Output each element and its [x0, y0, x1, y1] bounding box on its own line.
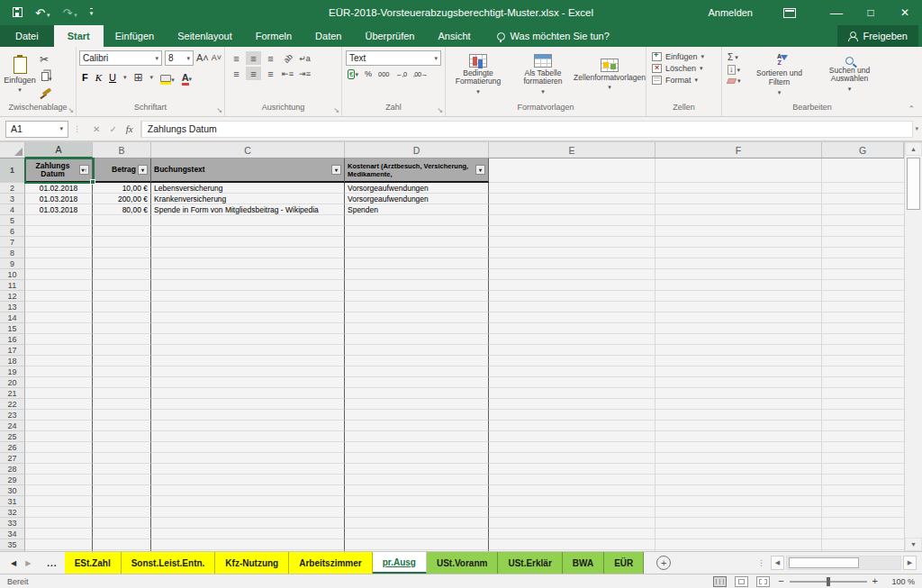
header-cell-G[interactable] [822, 158, 904, 183]
cell-G11[interactable] [822, 280, 904, 291]
share-button[interactable]: Freigeben [837, 25, 918, 47]
cell-G26[interactable] [822, 442, 904, 453]
cell-B27[interactable] [93, 453, 151, 464]
cell-A16[interactable] [25, 334, 93, 345]
header-cell-B[interactable]: Betrag▾ [93, 158, 151, 183]
row-header-30[interactable]: 30 [0, 485, 25, 496]
wrap-text-icon[interactable]: ↵a [297, 51, 312, 65]
row-header-5[interactable]: 5 [0, 215, 25, 226]
cell-E24[interactable] [489, 421, 655, 431]
cell-F10[interactable] [655, 269, 822, 280]
cell-B29[interactable] [93, 475, 151, 485]
row-header-35[interactable]: 35 [0, 539, 25, 550]
sheet-next-icon[interactable]: ▶ [25, 559, 31, 567]
filter-dropdown-icon[interactable]: ▾ [138, 165, 148, 175]
cell-B12[interactable] [93, 291, 151, 302]
cell-F23[interactable] [655, 410, 822, 421]
percent-format-icon[interactable]: % [365, 69, 372, 78]
header-cell-C[interactable]: Buchungstext▾ [151, 158, 345, 183]
cell-G10[interactable] [822, 269, 904, 280]
cell-A25[interactable] [25, 431, 93, 442]
cut-icon[interactable]: ✂ [40, 54, 52, 65]
minimize-button[interactable]: — [819, 0, 854, 25]
cell-C15[interactable] [151, 323, 345, 334]
cell-F16[interactable] [655, 334, 822, 345]
cell-A10[interactable] [25, 269, 93, 280]
cell-C11[interactable] [151, 280, 345, 291]
row-header-14[interactable]: 14 [0, 312, 25, 323]
view-normal-button[interactable] [713, 576, 727, 587]
row-header-27[interactable]: 27 [0, 453, 25, 464]
cell-D26[interactable] [345, 442, 489, 453]
cell-C22[interactable] [151, 399, 345, 410]
cell-F14[interactable] [655, 312, 822, 323]
number-format-select[interactable]: Text▾ [346, 50, 441, 66]
cell-C27[interactable] [151, 453, 345, 464]
cell-D23[interactable] [345, 410, 489, 421]
filter-dropdown-icon[interactable]: ▾ [331, 165, 341, 175]
cell-D34[interactable] [345, 529, 489, 539]
cell-B16[interactable] [93, 334, 151, 345]
cell-B11[interactable] [93, 280, 151, 291]
format-painter-icon[interactable] [42, 87, 51, 95]
formula-input[interactable]: Zahlungs Datum [141, 121, 914, 138]
cell-B7[interactable] [93, 237, 151, 248]
cell-A8[interactable] [25, 248, 93, 258]
cell-G22[interactable] [822, 399, 904, 410]
cell-E9[interactable] [489, 258, 655, 269]
cell-E3[interactable] [489, 194, 655, 204]
cell-C28[interactable] [151, 464, 345, 475]
cell-A34[interactable] [25, 529, 93, 539]
column-header-D[interactable]: D [345, 142, 489, 158]
cell-A3[interactable]: 01.03.2018 [25, 194, 93, 204]
cell-F3[interactable] [655, 194, 822, 204]
sheet-overflow-tab[interactable]: ... [40, 552, 64, 574]
cell-B31[interactable] [93, 496, 151, 507]
cell-C7[interactable] [151, 237, 345, 248]
cell-C10[interactable] [151, 269, 345, 280]
cell-G5[interactable] [822, 215, 904, 226]
cell-E17[interactable] [489, 345, 655, 356]
cell-D15[interactable] [345, 323, 489, 334]
ribbon-tab-start[interactable]: Start [54, 25, 104, 47]
cell-F29[interactable] [655, 475, 822, 485]
sign-in-button[interactable]: Anmelden [708, 7, 753, 18]
zoom-slider[interactable] [790, 581, 867, 583]
cell-F5[interactable] [655, 215, 822, 226]
ribbon-tab-daten[interactable]: Daten [303, 25, 353, 47]
vscroll-thumb[interactable] [907, 158, 920, 210]
cell-B4[interactable]: 80,00 € [93, 204, 151, 215]
cell-C3[interactable]: Krankenversicherung [151, 194, 345, 204]
cell-D24[interactable] [345, 421, 489, 431]
cell-A5[interactable] [25, 215, 93, 226]
cell-F11[interactable] [655, 280, 822, 291]
scroll-down-icon[interactable]: ▼ [905, 538, 922, 551]
cell-B17[interactable] [93, 345, 151, 356]
cell-F30[interactable] [655, 485, 822, 496]
enter-icon[interactable]: ✓ [109, 124, 116, 134]
hscroll-right-icon[interactable]: ▶ [903, 556, 917, 570]
zoom-in-button[interactable]: + [872, 576, 878, 586]
cell-E4[interactable] [489, 204, 655, 215]
cell-G30[interactable] [822, 485, 904, 496]
cell-E12[interactable] [489, 291, 655, 302]
column-header-F[interactable]: F [655, 142, 822, 158]
cell-C31[interactable] [151, 496, 345, 507]
orientation-icon[interactable]: ab [277, 48, 298, 68]
cell-G12[interactable] [822, 291, 904, 302]
cell-B33[interactable] [93, 518, 151, 529]
cell-C18[interactable] [151, 356, 345, 366]
cell-D31[interactable] [345, 496, 489, 507]
cell-D33[interactable] [345, 518, 489, 529]
cell-C6[interactable] [151, 226, 345, 237]
row-header-33[interactable]: 33 [0, 518, 25, 529]
row-header-2[interactable]: 2 [0, 183, 25, 194]
cell-D9[interactable] [345, 258, 489, 269]
row-header-28[interactable]: 28 [0, 464, 25, 475]
cell-B3[interactable]: 200,00 € [93, 194, 151, 204]
cell-G2[interactable] [822, 183, 904, 194]
customize-qat-icon[interactable]: ▾ [90, 8, 94, 17]
cell-D4[interactable]: Spenden [345, 204, 489, 215]
cell-E13[interactable] [489, 302, 655, 312]
row-header-12[interactable]: 12 [0, 291, 25, 302]
